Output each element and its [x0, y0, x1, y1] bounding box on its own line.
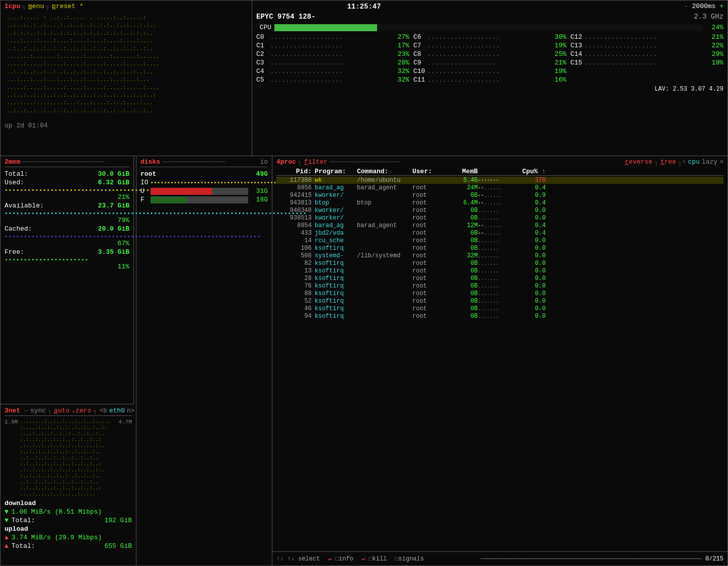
net-graph: ........:..:..:...:..:..:..... ......:..…	[20, 419, 116, 498]
core-row-C2: C2 ................... 23%	[256, 50, 409, 58]
net-download-total-row: ▼ Total: 192 GiB	[5, 517, 132, 524]
core-pct-C8: 25%	[550, 50, 566, 58]
table-row[interactable]: 106 ksoftirq root 0B ....... 0.0	[276, 245, 723, 252]
proc-cpubar-5: .......	[478, 216, 518, 221]
table-row[interactable]: 46 ksoftirq root 0B ....... 0.0	[276, 305, 723, 312]
proc-pid-18: 94	[276, 313, 312, 320]
disk-tab-label[interactable]: disks	[140, 158, 160, 166]
table-row[interactable]: 942415 kworker/ root 0B ▪▪...... 0.9	[276, 192, 723, 199]
mem-used-pct: 21%	[5, 193, 129, 201]
proc-cpupct-18: 0.0	[518, 313, 546, 320]
footer-info[interactable]: ↵ □info	[328, 555, 353, 562]
table-row[interactable]: 28 ksoftirq root 0B ....... 0.0	[276, 275, 723, 282]
proc-user-15: root	[412, 290, 448, 297]
table-row[interactable]: 52 ksoftirq root 0B ....... 0.0	[276, 298, 723, 305]
table-row[interactable]: 8854 barad_ag barad_agent root 12M ▪▪...…	[276, 222, 723, 229]
proc-more[interactable]: >	[719, 158, 723, 166]
proc-cpubar-9: .......	[478, 246, 518, 251]
net-zero[interactable]: ₓzero	[71, 406, 91, 414]
proc-prog-10: systemd-	[312, 252, 357, 259]
core-label-C8: C8	[413, 50, 425, 58]
cpu-menu-label[interactable]: menu	[28, 3, 44, 10]
core-dots-C10: ...................	[427, 68, 548, 75]
core-pct-C7: 19%	[550, 42, 566, 49]
table-row[interactable]: 8856 barad_ag barad_agent root 24M ▪▪...…	[276, 184, 723, 191]
table-row[interactable]: 13 ksoftirq root 0B ....... 0.0	[276, 267, 723, 274]
proc-cpupct-14: 0.0	[518, 282, 546, 290]
net-upload-speed: 3.74 MiB/s (29.9 Mibps)	[12, 534, 102, 541]
proc-pid-1: 8856	[276, 184, 312, 191]
net-more[interactable]: n>	[127, 407, 135, 414]
mem-free-row: Free: 3.35 GiB	[5, 248, 129, 256]
footer-kill[interactable]: ↵ □kill	[361, 555, 387, 562]
col-user-header[interactable]: User:	[412, 168, 448, 175]
proc-reverse-label[interactable]: reverse	[625, 158, 652, 166]
table-row[interactable]: 94 ksoftirq root 0B ....... 0.0	[276, 313, 723, 320]
net-auto[interactable]: auto	[54, 407, 69, 414]
proc-prog-3: btop	[312, 199, 357, 206]
table-row[interactable]: 88 ksoftirq root 0B ....... 0.0	[276, 290, 723, 297]
proc-pid-7: 433	[276, 230, 312, 237]
table-row[interactable]: 940348 kworker/ root 0B ....... 0.0	[276, 207, 723, 214]
table-row[interactable]: 82 ksoftirq root 0B ....... 0.0	[276, 260, 723, 267]
proc-memb-16: 0B	[448, 298, 478, 305]
footer-signals[interactable]: □signals	[395, 555, 424, 562]
col-cmd-header[interactable]: Command:	[357, 168, 412, 175]
core-pct-C10: 19%	[550, 67, 566, 75]
table-row[interactable]: 117380 wk /home/ubuntu 5.4G ▪▪▪▪▪▪▪ 370	[276, 177, 723, 184]
proc-memb-6: 12M	[448, 222, 478, 229]
disk-io-label-short: IO	[140, 179, 149, 186]
col-pid-header[interactable]: Pid:	[276, 168, 312, 175]
net-upload-total-row: ▲ Total: 655 GiB	[5, 542, 132, 550]
cpu-tab-label[interactable]: 1cpu	[5, 3, 20, 10]
table-row[interactable]: 76 ksoftirq root 0B ....... 0.0	[276, 282, 723, 290]
core-dots-C13: ...................	[585, 43, 705, 49]
net-less[interactable]: <b	[99, 407, 107, 414]
core-pct-C15: 19%	[707, 59, 723, 66]
footer-select[interactable]: ↑↓ ↑↓ select	[276, 555, 320, 562]
net-total-label: Total:	[12, 517, 35, 524]
proc-memb-11: 0B	[448, 260, 478, 267]
proc-cpubar-18: .......	[478, 314, 518, 319]
net-sep2: ┐	[93, 407, 97, 414]
cpu-freq: 2.3 GHz	[694, 13, 723, 24]
net-tab-label[interactable]: 3net	[5, 407, 20, 414]
net-sep1: ┐	[48, 407, 52, 414]
core-label-C7: C7	[413, 42, 425, 49]
cpu-preset-label[interactable]: preset *	[52, 3, 83, 10]
lower-panels: 2mem ───────────────────── Total: 30.0 G…	[0, 156, 728, 566]
proc-cpubar-1: ▪▪......	[478, 185, 518, 191]
net-down-arrow: ▼	[5, 508, 9, 516]
proc-prog-14: ksoftirq	[312, 282, 357, 290]
table-row[interactable]: 943813 btop btop root 6.4M ▪▪...... 0.4	[276, 199, 723, 206]
mem-tab-label[interactable]: 2mem	[5, 158, 20, 166]
col-cpupct-text[interactable]: Cpu%	[522, 168, 538, 175]
proc-prog-12: ksoftirq	[312, 267, 357, 274]
proc-memb-5: 0B	[448, 215, 478, 222]
col-memb-header[interactable]: MemB	[448, 168, 478, 175]
mem-free-bar: ▪▪▪▪▪▪▪▪▪▪▪▪▪▪▪▪▪▪▪▪▪▪ 11%	[5, 257, 129, 270]
col-prog-header[interactable]: Program:	[312, 168, 357, 175]
proc-user-4: root	[412, 207, 448, 214]
net-sync[interactable]: sync	[30, 407, 46, 414]
proc-tree-label[interactable]: tree	[661, 158, 676, 166]
table-row[interactable]: 14 rcu_sche root 0B ....... 0.0	[276, 237, 723, 244]
proc-cpu-label[interactable]: cpu	[688, 158, 700, 166]
proc-prog-5: kworker/	[312, 215, 357, 222]
core-label-C4: C4	[256, 67, 268, 75]
proc-cpupct-16: 0.0	[518, 298, 546, 305]
proc-user-1: root	[412, 184, 448, 191]
proc-memb-17: 0B	[448, 305, 478, 312]
proc-cpupct-4: 0.0	[518, 207, 546, 214]
proc-tab-label[interactable]: 4proc	[276, 158, 296, 166]
proc-filter-label[interactable]: filter	[304, 158, 328, 166]
table-row[interactable]: 508 systemd- /lib/systemd root 32M .....…	[276, 252, 723, 259]
minus-icon[interactable]: -	[684, 3, 688, 10]
table-row[interactable]: 433 jbd2/vda root 0B ▪▪...... 0.4	[276, 230, 723, 237]
plus-icon[interactable]: +	[719, 3, 723, 10]
table-row[interactable]: 938513 kworker/ root 0B ....... 0.0	[276, 215, 723, 222]
proc-user-6: root	[412, 222, 448, 229]
proc-lazy-label[interactable]: lazy	[702, 158, 717, 166]
cpu-model-row: EPYC 9754 128- 2.3 GHz	[256, 13, 723, 24]
proc-memb-4: 0B	[448, 207, 478, 214]
